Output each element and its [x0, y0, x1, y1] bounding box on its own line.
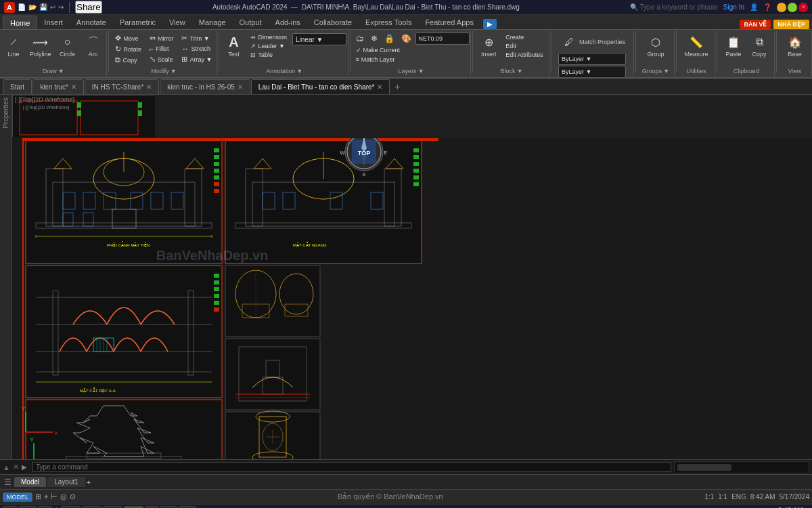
qa-open[interactable]: 📂	[28, 3, 37, 11]
paste-btn[interactable]: 📋 Paste	[721, 33, 746, 59]
base-btn[interactable]: 🏠 Base	[783, 33, 807, 59]
tab-view[interactable]: View	[162, 16, 192, 29]
tool-scale[interactable]: ⤡ Scale	[147, 54, 177, 64]
notepad-btn[interactable]: 📝	[103, 506, 122, 509]
minimize-button[interactable]: —	[777, 3, 786, 12]
layer-props-btn[interactable]: 🗂	[353, 33, 367, 44]
tool-rotate[interactable]: ↻ Rotate	[112, 44, 144, 54]
tool-array[interactable]: ⊞ Array ▼	[179, 54, 215, 64]
chrome-btn[interactable]: 🔵	[124, 506, 143, 509]
taskview-button[interactable]: ⧉	[38, 506, 52, 509]
tool-text[interactable]: A Text	[221, 33, 246, 59]
properties-label[interactable]: Properties	[2, 98, 9, 129]
match-layer-btn[interactable]: ≡ Match Layer	[353, 56, 398, 64]
tool-dimension[interactable]: ⇸ Dimension	[248, 33, 290, 41]
snap-icon[interactable]: ⌖	[44, 492, 48, 501]
lock-btn[interactable]: 🔒	[382, 33, 397, 44]
tool-circle[interactable]: ○ Circle	[55, 33, 80, 59]
model-indicator[interactable]: MODEL	[3, 492, 32, 502]
start-button[interactable]: ⊞	[3, 506, 18, 509]
color-btn[interactable]: 🎨	[399, 33, 414, 44]
tool-leader[interactable]: ↗ Leader ▼	[248, 42, 290, 50]
doc-tab-kientruc2[interactable]: kien truc - in HS 26-05 ✕	[160, 79, 250, 94]
close-inhs[interactable]: ✕	[146, 83, 152, 91]
doc-tab-start[interactable]: Start	[3, 79, 32, 94]
layer-dropdown[interactable]: NET0.09	[415, 33, 470, 45]
account-icon[interactable]: 👤	[750, 3, 758, 11]
layout1-tab[interactable]: Layout1	[47, 477, 85, 487]
sign-in-link[interactable]: Sign In	[723, 3, 744, 11]
lang-indicator[interactable]: ENG	[731, 493, 746, 501]
layout-menu-icon[interactable]: ☰	[3, 476, 13, 488]
bylayer2-dropdown[interactable]: ByLayer ▼	[558, 66, 626, 78]
close-button[interactable]: ✕	[798, 3, 808, 12]
photoshop-btn[interactable]: Ps	[160, 506, 177, 509]
tab-express[interactable]: Express Tools	[359, 16, 418, 29]
qa-save[interactable]: 💾	[39, 3, 47, 11]
edge-btn[interactable]: 🌐	[61, 506, 81, 509]
linear-dropdown[interactable]: Linear ▼	[292, 33, 346, 45]
tool-trim[interactable]: ✂ Trim ▼	[179, 33, 215, 43]
ortho-icon[interactable]: ⊢	[51, 492, 58, 501]
tool-fillet[interactable]: ⌐ Fillet	[147, 44, 177, 54]
edit-btn[interactable]: Edit	[503, 42, 546, 50]
tool-move[interactable]: ✥ Move	[112, 33, 144, 43]
create-btn[interactable]: Create	[503, 33, 546, 41]
new-layout-button[interactable]: +	[87, 478, 91, 486]
search-box[interactable]: 🔍 Type a keyword or phrase	[630, 3, 718, 11]
polar-icon[interactable]: ◎	[60, 492, 67, 501]
canvas-area[interactable]: [-][Top][2D Wireframe] [-][Top][2D Wiref…	[12, 95, 812, 459]
tool-polyline[interactable]: ⟿ Polyline	[27, 33, 54, 59]
help-icon[interactable]: ❓	[763, 3, 771, 11]
tab-addins[interactable]: Add-ins	[269, 16, 307, 29]
tab-parametric[interactable]: Parametric	[113, 16, 162, 29]
freeze-btn[interactable]: ❄	[368, 33, 380, 44]
grid-icon[interactable]: ⊞	[35, 492, 41, 501]
annotation-scale[interactable]: 1:1	[718, 493, 727, 501]
tab-home[interactable]: Home	[3, 16, 37, 29]
doc-tab-inhs[interactable]: IN HS TC-Share* ✕	[85, 79, 160, 94]
command-input[interactable]	[32, 462, 671, 472]
tab-output[interactable]: Output	[233, 16, 269, 29]
search-button[interactable]: 🔍	[19, 506, 37, 509]
share-button[interactable]: Share	[75, 1, 102, 14]
copy-btn[interactable]: ⧉ Copy	[747, 33, 771, 59]
tab-manage[interactable]: Manage	[192, 16, 233, 29]
cmd-collapse-icon[interactable]: ▲	[3, 463, 10, 471]
doc-tab-laudai[interactable]: Lau Dai - Biet Thu - tan co dien Share* …	[251, 79, 390, 94]
tab-insert[interactable]: Insert	[37, 16, 70, 29]
model-tab[interactable]: Model	[14, 477, 46, 487]
qa-new[interactable]: 📄	[18, 3, 26, 11]
tool-insert[interactable]: ⊕ Insert	[476, 33, 501, 59]
close-laudai[interactable]: ✕	[377, 83, 382, 91]
bylayer1-dropdown[interactable]: ByLayer ▼	[558, 53, 626, 65]
autocad-btn[interactable]: A	[145, 506, 159, 509]
osnap-icon[interactable]: ⊙	[70, 492, 76, 501]
make-current-btn[interactable]: ✓ Make Current	[353, 46, 403, 54]
tool-arc[interactable]: ⌒ Arc	[81, 33, 106, 59]
more-apps-btn[interactable]: ⋯	[179, 506, 196, 509]
tool-line[interactable]: ⟋ Line	[1, 33, 26, 59]
explorer-btn[interactable]: 📁	[82, 506, 102, 509]
qa-undo[interactable]: ↩	[50, 3, 55, 11]
group-btn[interactable]: ⬡ Group	[644, 33, 668, 59]
measure-btn[interactable]: 📏 Measure	[682, 33, 711, 59]
tool-mirror[interactable]: ⇔ Mirror	[147, 33, 177, 43]
edit-attribs-btn[interactable]: Edit Attributes	[503, 51, 546, 59]
tab-featured[interactable]: Featured Apps	[418, 16, 480, 29]
horizontal-scrollbar[interactable]	[677, 464, 731, 471]
maximize-button[interactable]: □	[788, 3, 797, 12]
tab-annotate[interactable]: Annotate	[70, 16, 113, 29]
match-props-btn[interactable]: 🖊 Match Properties	[558, 33, 628, 51]
new-tab-button[interactable]: +	[390, 80, 404, 93]
close-kientruc[interactable]: ✕	[71, 83, 76, 91]
close-kientruc2[interactable]: ✕	[238, 83, 243, 91]
featured-apps-btn[interactable]: ▶	[483, 19, 497, 29]
doc-tab-kientruc[interactable]: kien truc* ✕	[32, 79, 84, 94]
qa-redo[interactable]: ↪	[58, 3, 64, 11]
drawing-area[interactable]: PHỐI CẢNH MẶT TIỀN	[12, 138, 812, 459]
tool-stretch[interactable]: ↔ Stretch	[179, 44, 215, 54]
tab-collaborate[interactable]: Collaborate	[307, 16, 359, 29]
cmd-expand-icon[interactable]: ✕	[13, 463, 19, 471]
tool-table[interactable]: ⊟ Table	[248, 51, 290, 59]
